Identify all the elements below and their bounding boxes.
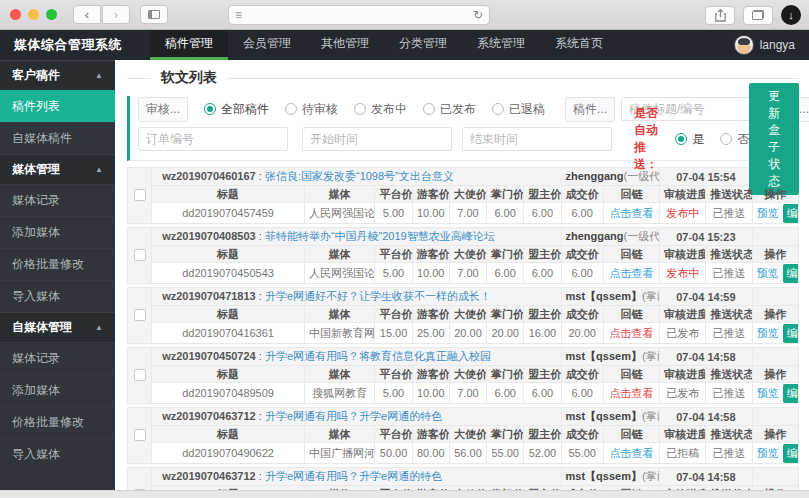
article-title-link[interactable]: 升学e网通有用吗？升学e网通的特色 — [265, 470, 442, 482]
end-time-input[interactable] — [462, 127, 612, 151]
window-controls — [10, 9, 57, 20]
push-status: 已推送 — [706, 323, 752, 344]
media-name: 搜狐网教育 — [305, 383, 375, 404]
order-id: wz2019070463712 — [162, 410, 256, 422]
table-row: dd2019070489509 搜狐网教育 5.00 10.00 7.00 6.… — [128, 383, 799, 404]
row-checkbox[interactable] — [134, 429, 146, 441]
timestamp: 07-04 15:23 — [660, 228, 753, 246]
sidebar-item[interactable]: 价格批量修改 — [0, 248, 115, 280]
sidebar-item[interactable]: 稿件列表 — [0, 90, 115, 122]
review-status: 发布中 — [666, 267, 699, 279]
deal-price: 6.00 — [561, 203, 603, 224]
menu-item[interactable]: 分类管理 — [384, 30, 462, 60]
row-checkbox[interactable] — [134, 369, 146, 381]
zoom-window-icon[interactable] — [46, 9, 57, 20]
article-title-link[interactable]: 菲特能特举办“中国丹棱”2019智慧农业高峰论坛 — [265, 230, 495, 242]
backlink-view-link[interactable]: 点击查看 — [609, 447, 653, 459]
sidebar-item[interactable]: 添加媒体 — [0, 374, 115, 406]
guest-price: 80.00 — [412, 443, 449, 464]
menu-item[interactable]: 其他管理 — [306, 30, 384, 60]
sidebar-section-media-management[interactable]: 媒体管理 ▲ — [0, 154, 115, 184]
radio-icon — [423, 103, 435, 115]
preview-link[interactable]: 预览 — [757, 447, 779, 459]
agent-info: mst【qssem】(掌门价格) — [561, 288, 660, 306]
sidebar-item[interactable]: 媒体记录 — [0, 184, 115, 216]
reader-mode-icon[interactable]: ≡ — [235, 8, 242, 22]
ambassador-price: 56.00 — [449, 443, 486, 464]
article-title-link[interactable]: 升学e网通好不好？让学生收获不一样的成长！ — [265, 290, 491, 302]
article-group: wz2019070463712 : 升学e网通有用吗？升学e网通的特色 mst【… — [127, 407, 799, 464]
sidebar-item[interactable]: 添加媒体 — [0, 216, 115, 248]
article-title-link[interactable]: 张信良:国家发改委“1098号”文出台意义 — [265, 170, 454, 182]
minimize-window-icon[interactable] — [28, 9, 39, 20]
article-title-link[interactable]: 升学e网通有用吗？升学e网通的特色 — [265, 410, 442, 422]
article-group: wz2019070463712 : 升学e网通有用吗？升学e网通的特色 mst【… — [127, 467, 799, 490]
auto-push-radio[interactable]: 否 — [720, 131, 749, 148]
edit-button[interactable]: 编辑 — [783, 384, 799, 403]
backlink-view-link[interactable]: 点击查看 — [609, 387, 653, 399]
status-radio[interactable]: 已退稿 — [492, 101, 545, 118]
edit-button[interactable]: 编辑 — [783, 264, 799, 283]
downloads-button[interactable]: ↓ — [781, 5, 801, 25]
row-checkbox[interactable] — [134, 489, 146, 491]
close-window-icon[interactable] — [10, 9, 21, 20]
ambassador-price: 7.00 — [449, 383, 486, 404]
main-content: 软文列表 审核... 全部稿件 待审核 — [115, 60, 809, 490]
preview-link[interactable]: 预览 — [757, 207, 779, 219]
row-checkbox[interactable] — [134, 189, 146, 201]
backlink-view-link[interactable]: 点击查看 — [609, 207, 653, 219]
sidebar-section-selfmedia-management[interactable]: 自媒体管理 ▲ — [0, 312, 115, 342]
guest-price: 10.00 — [412, 383, 449, 404]
preview-link[interactable]: 预览 — [757, 387, 779, 399]
item-id: dd2019070457459 — [152, 203, 305, 224]
timestamp: 07-04 14:58 — [660, 468, 753, 486]
tab-overview-button[interactable] — [743, 6, 773, 25]
edit-button[interactable]: 编辑 — [783, 324, 799, 343]
backlink-view-link[interactable]: 点击查看 — [609, 267, 653, 279]
sidebar-item[interactable]: 导入媒体 — [0, 280, 115, 312]
share-icon — [715, 9, 726, 22]
share-button[interactable] — [705, 6, 735, 25]
preview-link[interactable]: 预览 — [757, 267, 779, 279]
status-radio[interactable]: 已发布 — [423, 101, 476, 118]
backlink-view-link[interactable]: 点击查看 — [609, 327, 653, 339]
sidebar-item[interactable]: 媒体记录 — [0, 342, 115, 374]
edit-button[interactable]: 编辑 — [783, 444, 799, 463]
status-radio[interactable]: 发布中 — [354, 101, 407, 118]
agent-info: mst【qssem】(掌门价格) — [561, 408, 660, 426]
order-id: wz2019070408503 — [162, 230, 256, 242]
sidebar-item[interactable]: 自媒体稿件 — [0, 122, 115, 154]
platform-price: 15.00 — [375, 323, 412, 344]
article-group: wz2019070450724 : 升学e网通有用吗？将教育信息化真正融入校园 … — [127, 347, 799, 404]
agent-info: mst【qssem】(掌门价格) — [561, 348, 660, 366]
user-menu[interactable]: langya — [734, 30, 809, 60]
review-status: 已拒稿 — [666, 447, 699, 459]
menu-item[interactable]: 系统管理 — [462, 30, 540, 60]
edit-button[interactable]: 编辑 — [783, 204, 799, 223]
column-header-row: 标题 媒体 平台价 游客价 大使价 掌门价 盟主价 成交价 回链 审核进度 推送… — [128, 426, 799, 443]
start-time-input[interactable] — [302, 127, 452, 151]
menu-item[interactable]: 稿件管理 — [150, 30, 228, 60]
status-radio[interactable]: 待审核 — [285, 101, 338, 118]
article-title-link[interactable]: 升学e网通有用吗？将教育信息化真正融入校园 — [265, 350, 491, 362]
address-bar[interactable]: ≡ ↻ — [228, 5, 490, 25]
sidebar-item[interactable]: 价格批量修改 — [0, 406, 115, 438]
menu-item[interactable]: 会员管理 — [228, 30, 306, 60]
row-checkbox[interactable] — [134, 309, 146, 321]
back-button[interactable]: ‹ — [73, 5, 101, 24]
row-checkbox[interactable] — [134, 249, 146, 261]
status-radio[interactable]: 全部稿件 — [204, 101, 269, 118]
update-box-status-button[interactable]: 更新盒子状态 — [749, 83, 799, 195]
article-list: wz2019070460167 : 张信良:国家发改委“1098号”文出台意义 … — [127, 167, 799, 490]
media-name: 人民网强国论坛 — [305, 203, 375, 224]
preview-link[interactable]: 预览 — [757, 327, 779, 339]
sidebar-item[interactable]: 导入媒体 — [0, 438, 115, 470]
group-title-row: wz2019070463712 : 升学e网通有用吗？升学e网通的特色 mst【… — [128, 468, 799, 486]
sidebar-toggle-button[interactable] — [140, 5, 168, 24]
sidebar-section-customer-articles[interactable]: 客户稿件 ▲ — [0, 60, 115, 90]
forward-button[interactable]: › — [102, 5, 130, 24]
menu-item[interactable]: 系统首页 — [540, 30, 618, 60]
auto-push-radio[interactable]: 是 — [675, 131, 704, 148]
reload-icon[interactable]: ↻ — [473, 8, 483, 22]
order-number-input[interactable] — [138, 127, 288, 151]
